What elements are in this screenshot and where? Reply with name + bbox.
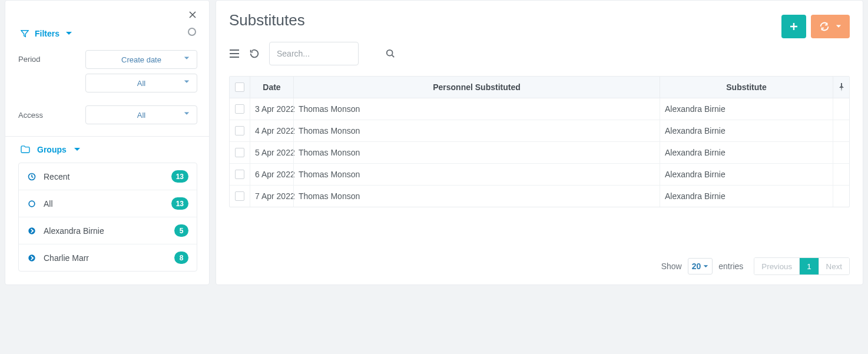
chevron-down-icon (74, 146, 81, 153)
row-checkbox[interactable] (235, 170, 244, 179)
select-all-cell (230, 77, 250, 98)
filters-heading-label: Filters (35, 29, 59, 38)
filter-icon (21, 29, 29, 38)
filter-row-access: Access All (18, 105, 197, 124)
pager: Show 20 entries Previous 1 Next (229, 247, 850, 275)
cell-date: 3 Apr 2022 (250, 98, 293, 120)
group-count-badge: 13 (171, 197, 188, 210)
page-size-select[interactable]: 20 (688, 258, 713, 274)
list-menu-button[interactable] (229, 49, 240, 58)
row-checkbox[interactable] (235, 126, 244, 135)
select-all-checkbox[interactable] (235, 82, 244, 92)
cell-pin (833, 164, 849, 185)
toolbar (229, 42, 850, 65)
pin-icon (838, 83, 845, 91)
close-icon (188, 11, 197, 19)
svg-point-1 (29, 201, 35, 207)
group-count-badge: 13 (171, 170, 188, 183)
col-personnel-label: Personnel Substituted (433, 82, 521, 92)
plus-icon (790, 22, 798, 31)
cell-substitute: Alexandra Birnie (660, 164, 833, 185)
page-title: Substitutes (229, 11, 305, 29)
access-label: Access (18, 111, 43, 120)
header-actions (781, 15, 850, 38)
groups-heading[interactable]: Groups (18, 145, 197, 163)
cell-personnel: Thomas Monson (293, 98, 660, 120)
add-button[interactable] (781, 15, 806, 38)
col-date[interactable]: Date (250, 77, 293, 98)
col-pin[interactable] (833, 77, 849, 98)
search-box (269, 42, 359, 65)
group-item-all[interactable]: All 13 (19, 190, 197, 217)
prev-button[interactable]: Previous (754, 258, 799, 274)
table-row[interactable]: 4 Apr 2022Thomas MonsonAlexandra Birnie (230, 120, 849, 141)
sync-button[interactable] (811, 15, 850, 38)
row-select-cell (230, 186, 250, 207)
show-label: Show (661, 262, 682, 271)
group-label: Charlie Marr (44, 253, 89, 263)
substitutes-table: Date Personnel Substituted Substitute 3 (229, 76, 850, 207)
cell-date: 5 Apr 2022 (250, 142, 293, 163)
group-item-recent[interactable]: Recent 13 (19, 163, 197, 190)
table-row[interactable]: 7 Apr 2022Thomas MonsonAlexandra Birnie (230, 185, 849, 207)
main-header: Substitutes (229, 11, 850, 38)
col-personnel[interactable]: Personnel Substituted (293, 77, 660, 98)
panel-indicator-icon (188, 28, 196, 36)
search-input[interactable] (276, 48, 381, 59)
cell-date: 6 Apr 2022 (250, 164, 293, 185)
group-item-user[interactable]: Alexandra Birnie 5 (19, 217, 197, 244)
chevron-circle-icon (27, 254, 37, 262)
cell-pin (833, 186, 849, 207)
cell-pin (833, 120, 849, 141)
chevron-down-icon (65, 30, 72, 37)
filter-row-period: Period Create date All (18, 50, 197, 92)
access-select[interactable]: All (85, 105, 197, 124)
table-row[interactable]: 3 Apr 2022Thomas MonsonAlexandra Birnie (230, 98, 849, 120)
col-date-label: Date (263, 82, 280, 92)
chevron-down-icon (184, 79, 190, 85)
page-button[interactable]: 1 (799, 258, 818, 274)
col-substitute-label: Substitute (726, 82, 766, 92)
svg-point-2 (28, 227, 35, 234)
period-field-select[interactable]: Create date (85, 50, 197, 69)
table-body: 3 Apr 2022Thomas MonsonAlexandra Birnie4… (230, 98, 849, 207)
next-button[interactable]: Next (819, 258, 849, 274)
period-range-value: All (137, 79, 145, 88)
filters-panel: Filters Period Create date All (5, 1, 209, 137)
folder-icon (21, 145, 30, 154)
table-row[interactable]: 6 Apr 2022Thomas MonsonAlexandra Birnie (230, 163, 849, 185)
row-checkbox[interactable] (235, 148, 244, 157)
circle-icon (27, 200, 37, 208)
clock-icon (27, 173, 37, 181)
row-select-cell (230, 120, 250, 141)
col-substitute[interactable]: Substitute (660, 77, 833, 98)
chevron-down-icon (184, 55, 190, 61)
sidebar: Filters Period Create date All (5, 0, 210, 285)
page-size-value: 20 (692, 262, 701, 271)
cell-personnel: Thomas Monson (293, 164, 660, 185)
sync-icon (819, 21, 830, 32)
cell-date: 7 Apr 2022 (250, 186, 293, 207)
group-label: All (44, 199, 53, 209)
search-icon[interactable] (386, 49, 395, 58)
group-label: Alexandra Birnie (44, 226, 104, 236)
filters-heading[interactable]: Filters (18, 24, 197, 41)
close-sidebar-button[interactable] (184, 6, 201, 23)
access-value: All (137, 111, 145, 120)
main-panel: Substitutes (216, 0, 863, 285)
table-row[interactable]: 5 Apr 2022Thomas MonsonAlexandra Birnie (230, 141, 849, 163)
row-checkbox[interactable] (235, 191, 244, 201)
groups-heading-label: Groups (37, 145, 67, 154)
row-select-cell (230, 98, 250, 120)
chevron-circle-icon (27, 227, 37, 235)
period-label: Period (18, 55, 41, 64)
refresh-button[interactable] (249, 48, 260, 59)
entries-label: entries (718, 262, 743, 271)
cell-date: 4 Apr 2022 (250, 120, 293, 141)
cell-pin (833, 98, 849, 120)
group-item-user[interactable]: Charlie Marr 8 (19, 244, 197, 271)
row-select-cell (230, 164, 250, 185)
period-range-select[interactable]: All (85, 74, 197, 92)
period-field-value: Create date (121, 55, 161, 64)
row-checkbox[interactable] (235, 104, 244, 114)
